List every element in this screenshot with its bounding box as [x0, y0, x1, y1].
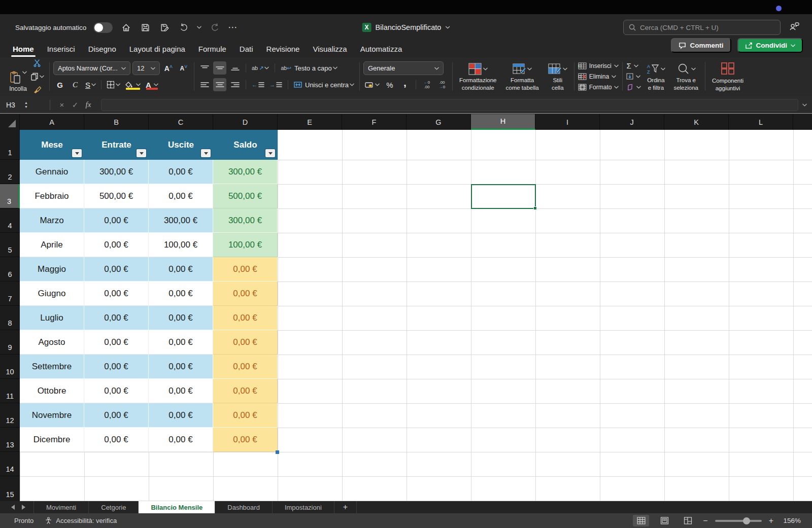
cell-saldo[interactable]: 0,00 €	[213, 306, 278, 330]
row-header-7[interactable]: 7	[0, 281, 20, 306]
sheet-tab-dashboard[interactable]: Dashboard	[215, 501, 273, 513]
share-button[interactable]: Condividi	[737, 38, 803, 53]
undo-menu-chevron-icon[interactable]	[197, 26, 201, 29]
cell-saldo[interactable]: 0,00 €	[213, 257, 278, 281]
bold-button[interactable]: G	[53, 78, 66, 91]
cell-saldo[interactable]: 0,00 €	[213, 379, 278, 403]
name-box[interactable]: H3 ▲▼	[0, 96, 45, 113]
presence-people-icon[interactable]	[789, 21, 800, 33]
cell-mese[interactable]: Settembre	[20, 355, 84, 379]
cell-entrate[interactable]: 0,00 €	[84, 330, 149, 355]
col-header-L[interactable]: L	[729, 114, 793, 130]
cell-uscite[interactable]: 0,00 €	[149, 306, 213, 330]
col-header-H[interactable]: H	[471, 114, 535, 130]
sheet-tab-impostazioni[interactable]: Impostazioni	[273, 501, 334, 513]
conditional-formatting-button[interactable]: Formattazionecondizionale	[456, 61, 500, 92]
home-icon[interactable]	[120, 21, 132, 33]
zoom-out-button[interactable]: −	[703, 516, 707, 525]
cell-uscite[interactable]: 0,00 €	[149, 355, 213, 379]
row-header-10[interactable]: 10	[0, 355, 20, 379]
cell-uscite[interactable]: 0,00 €	[149, 428, 213, 452]
cell-entrate[interactable]: 500,00 €	[84, 184, 149, 208]
find-select-button[interactable]: Trova eseleziona	[670, 61, 701, 92]
undo-icon[interactable]	[178, 21, 190, 33]
cell-entrate[interactable]: 0,00 €	[84, 428, 149, 452]
row-header-4[interactable]: 4	[0, 208, 20, 233]
cell-saldo[interactable]: 500,00 €	[213, 184, 278, 208]
increase-decimal-icon[interactable]: ←0.00	[420, 78, 433, 91]
normal-view-button[interactable]	[633, 515, 649, 526]
redo-icon[interactable]	[209, 21, 221, 33]
align-bottom-icon[interactable]	[228, 61, 242, 75]
font-name-select[interactable]: Aptos Narrow (Cor...	[53, 61, 130, 75]
tab-formule[interactable]: Formule	[192, 41, 233, 57]
col-header-I[interactable]: I	[535, 114, 600, 130]
align-middle-icon[interactable]	[213, 61, 226, 75]
page-layout-view-button[interactable]	[656, 515, 672, 526]
col-header-J[interactable]: J	[600, 114, 664, 130]
fill-handle[interactable]	[533, 206, 537, 210]
cell-entrate[interactable]: 300,00 €	[84, 160, 149, 184]
title-menu-chevron-icon[interactable]	[445, 26, 450, 29]
copy-icon[interactable]	[29, 70, 46, 83]
tab-layout-di-pagina[interactable]: Layout di pagina	[123, 41, 192, 57]
save-as-icon[interactable]	[158, 21, 171, 33]
zoom-level[interactable]: 156%	[781, 517, 801, 524]
insert-cells-button[interactable]: Inserisci	[578, 61, 619, 71]
cell-uscite[interactable]: 0,00 €	[149, 379, 213, 403]
filter-button-uscite[interactable]	[201, 149, 211, 157]
cell-entrate[interactable]: 0,00 €	[84, 355, 149, 379]
cut-icon[interactable]	[29, 57, 46, 70]
col-header-A[interactable]: A	[20, 114, 84, 130]
cell-uscite[interactable]: 300,00 €	[149, 208, 213, 233]
cell-saldo[interactable]: 0,00 €	[213, 428, 278, 452]
cell-saldo[interactable]: 300,00 €	[213, 208, 278, 233]
row-header-6[interactable]: 6	[0, 257, 20, 281]
sheet-tab-bilancio-mensile[interactable]: Bilancio Mensile	[139, 501, 215, 513]
cell-uscite[interactable]: 0,00 €	[149, 160, 213, 184]
save-icon[interactable]	[139, 21, 151, 33]
row-header-5[interactable]: 5	[0, 233, 20, 257]
cell-mese[interactable]: Febbraio	[20, 184, 84, 208]
tab-revisione[interactable]: Revisione	[260, 41, 307, 57]
header-saldo[interactable]: Saldo	[213, 130, 278, 160]
cell-entrate[interactable]: 0,00 €	[84, 233, 149, 257]
zoom-slider-thumb[interactable]	[743, 517, 750, 524]
accessibility-status[interactable]: Accessibilità: verifica	[56, 517, 117, 524]
delete-cells-button[interactable]: Elimina	[578, 72, 619, 82]
cell-mese[interactable]: Giugno	[20, 281, 84, 306]
row-header-14[interactable]: 14	[0, 452, 20, 476]
number-format-select[interactable]: Generale	[363, 61, 444, 75]
cell-entrate[interactable]: 0,00 €	[84, 306, 149, 330]
row-header-15[interactable]: 15	[0, 476, 20, 501]
cell-mese[interactable]: Marzo	[20, 208, 84, 233]
increase-font-icon[interactable]: A˄	[162, 62, 175, 75]
add-sheet-button[interactable]: +	[334, 501, 357, 513]
cell-uscite[interactable]: 0,00 €	[149, 184, 213, 208]
tab-inserisci[interactable]: Inserisci	[41, 41, 82, 57]
tab-home[interactable]: Home	[6, 41, 41, 57]
col-header-partial[interactable]	[793, 114, 812, 130]
italic-button[interactable]: C	[69, 78, 82, 91]
name-box-spinner[interactable]: ▲▼	[24, 101, 28, 109]
cell-uscite[interactable]: 0,00 €	[149, 257, 213, 281]
select-all-corner[interactable]	[0, 114, 20, 130]
decrease-decimal-icon[interactable]: .00→0	[435, 78, 449, 91]
formula-input[interactable]	[101, 99, 798, 111]
tab-dati[interactable]: Dati	[233, 41, 260, 57]
cell-entrate[interactable]: 0,00 €	[84, 379, 149, 403]
header-uscite[interactable]: Uscite	[149, 130, 213, 160]
borders-button[interactable]	[105, 78, 122, 91]
tab-visualizza[interactable]: Visualizza	[306, 41, 353, 57]
header-mese[interactable]: Mese	[20, 130, 84, 160]
cell-mese[interactable]: Novembre	[20, 403, 84, 428]
filter-button-saldo[interactable]	[265, 149, 275, 157]
zoom-in-button[interactable]: +	[769, 516, 773, 525]
cell-uscite[interactable]: 100,00 €	[149, 233, 213, 257]
row-header-3[interactable]: 3	[0, 184, 20, 208]
cell-saldo[interactable]: 0,00 €	[213, 403, 278, 428]
cell-mese[interactable]: Agosto	[20, 330, 84, 355]
col-header-E[interactable]: E	[278, 114, 342, 130]
search-box[interactable]	[623, 20, 781, 35]
more-commands-icon[interactable]: ⋯	[228, 22, 238, 33]
